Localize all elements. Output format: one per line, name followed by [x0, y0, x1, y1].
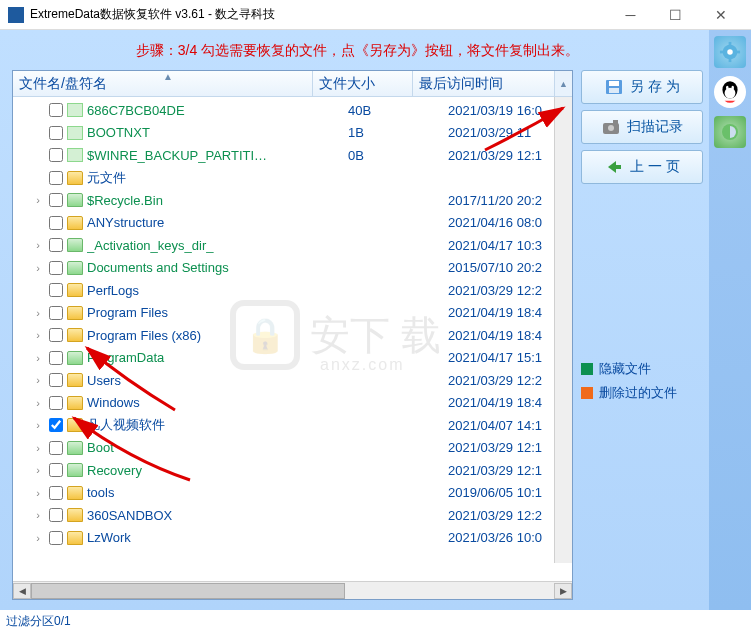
file-row[interactable]: ›ProgramData2021/04/17 15:1 — [13, 347, 572, 370]
file-name: _Activation_keys_dir_ — [87, 238, 342, 253]
file-checkbox[interactable] — [49, 238, 63, 252]
expand-icon[interactable]: › — [31, 239, 45, 251]
file-row[interactable]: ›Program Files2021/04/19 18:4 — [13, 302, 572, 325]
svg-point-4 — [608, 125, 614, 131]
svg-rect-6 — [615, 165, 621, 169]
file-checkbox[interactable] — [49, 103, 63, 117]
file-time: 2019/06/05 10:1 — [442, 485, 572, 500]
expand-icon[interactable]: › — [31, 442, 45, 454]
expand-icon[interactable]: › — [31, 329, 45, 341]
side-taskbar — [709, 30, 751, 610]
file-row[interactable]: ›Windows2021/04/19 18:4 — [13, 392, 572, 415]
file-name: 360SANDBOX — [87, 508, 342, 523]
scroll-up-button[interactable]: ▲ — [554, 71, 572, 96]
file-checkbox[interactable] — [49, 373, 63, 387]
file-row[interactable]: ›凡人视频软件2021/04/07 14:1 — [13, 414, 572, 437]
file-row[interactable]: 元文件 — [13, 167, 572, 190]
expand-icon[interactable]: › — [31, 352, 45, 364]
file-checkbox[interactable] — [49, 396, 63, 410]
file-checkbox[interactable] — [49, 306, 63, 320]
svg-rect-12 — [736, 51, 741, 54]
expand-icon[interactable]: › — [31, 464, 45, 476]
file-name: $WINRE_BACKUP_PARTITI… — [87, 148, 342, 163]
file-checkbox[interactable] — [49, 531, 63, 545]
file-row[interactable]: ›Users2021/03/29 12:2 — [13, 369, 572, 392]
file-checkbox[interactable] — [49, 328, 63, 342]
file-checkbox[interactable] — [49, 351, 63, 365]
file-row[interactable]: PerfLogs2021/03/29 12:2 — [13, 279, 572, 302]
file-name: 凡人视频软件 — [87, 416, 342, 434]
file-row[interactable]: ›Boot2021/03/29 12:1 — [13, 437, 572, 460]
folder-icon — [67, 193, 83, 207]
file-row[interactable]: ›_Activation_keys_dir_2021/04/17 10:3 — [13, 234, 572, 257]
file-row[interactable]: ›360SANDBOX2021/03/29 12:2 — [13, 504, 572, 527]
expand-icon[interactable]: › — [31, 307, 45, 319]
qq-icon[interactable] — [714, 76, 746, 108]
file-checkbox[interactable] — [49, 508, 63, 522]
file-checkbox[interactable] — [49, 283, 63, 297]
file-checkbox[interactable] — [49, 418, 63, 432]
folder-icon — [67, 238, 83, 252]
scrollbar-thumb[interactable] — [31, 583, 345, 599]
horizontal-scrollbar[interactable]: ◀ ▶ — [13, 581, 572, 599]
expand-icon[interactable]: › — [31, 487, 45, 499]
file-checkbox[interactable] — [49, 486, 63, 500]
expand-icon[interactable]: › — [31, 262, 45, 274]
file-time: 2021/04/19 18:4 — [442, 305, 572, 320]
file-row[interactable]: 686C7BCB04DE40B2021/03/19 16:0 — [13, 99, 572, 122]
file-time: 2017/11/20 20:2 — [442, 193, 572, 208]
scroll-right-button[interactable]: ▶ — [554, 583, 572, 599]
file-checkbox[interactable] — [49, 193, 63, 207]
legend: 隐藏文件 删除过的文件 — [581, 360, 703, 408]
file-checkbox[interactable] — [49, 148, 63, 162]
svg-rect-10 — [729, 58, 732, 63]
expand-icon[interactable]: › — [31, 397, 45, 409]
save-icon — [604, 78, 624, 96]
svg-point-16 — [731, 86, 734, 90]
expand-icon[interactable]: › — [31, 509, 45, 521]
column-time[interactable]: 最后访问时间 — [413, 71, 554, 96]
file-checkbox[interactable] — [49, 126, 63, 140]
system-tray-icon[interactable] — [714, 116, 746, 148]
maximize-button[interactable]: ☐ — [653, 1, 698, 29]
file-row[interactable]: $WINRE_BACKUP_PARTITI…0B2021/03/29 12:1 — [13, 144, 572, 167]
settings-icon[interactable] — [714, 36, 746, 68]
file-row[interactable]: ›Recovery2021/03/29 12:1 — [13, 459, 572, 482]
folder-icon — [67, 171, 83, 185]
folder-icon — [67, 373, 83, 387]
scroll-left-button[interactable]: ◀ — [13, 583, 31, 599]
step-instruction: 步骤：3/4 勾选需要恢复的文件，点《另存为》按钮，将文件复制出来。 — [12, 42, 703, 60]
vertical-scrollbar[interactable] — [554, 97, 572, 563]
file-name: 元文件 — [87, 169, 342, 187]
scan-log-label: 扫描记录 — [627, 118, 683, 136]
file-time: 2021/04/17 15:1 — [442, 350, 572, 365]
file-row[interactable]: BOOTNXT1B2021/03/29 11 — [13, 122, 572, 145]
expand-icon[interactable]: › — [31, 419, 45, 431]
file-time: 2021/03/29 12:1 — [442, 463, 572, 478]
file-checkbox[interactable] — [49, 261, 63, 275]
file-row[interactable]: ›LzWork2021/03/26 10:0 — [13, 527, 572, 550]
file-time: 2021/03/29 11 — [442, 125, 572, 140]
expand-icon[interactable]: › — [31, 194, 45, 206]
file-row[interactable]: ›Program Files (x86)2021/04/19 18:4 — [13, 324, 572, 347]
file-checkbox[interactable] — [49, 171, 63, 185]
file-row[interactable]: ›$Recycle.Bin2017/11/20 20:2 — [13, 189, 572, 212]
file-checkbox[interactable] — [49, 441, 63, 455]
save-as-button[interactable]: 另 存 为 — [581, 70, 703, 104]
file-checkbox[interactable] — [49, 463, 63, 477]
file-time: 2021/03/29 12:2 — [442, 508, 572, 523]
file-size: 1B — [342, 125, 442, 140]
file-row[interactable]: ›Documents and Settings2015/07/10 20:2 — [13, 257, 572, 280]
scan-log-button[interactable]: 扫描记录 — [581, 110, 703, 144]
column-filesize[interactable]: 文件大小 — [313, 71, 413, 96]
minimize-button[interactable]: ─ — [608, 1, 653, 29]
file-checkbox[interactable] — [49, 216, 63, 230]
expand-icon[interactable]: › — [31, 374, 45, 386]
file-row[interactable]: ANYstructure2021/04/16 08:0 — [13, 212, 572, 235]
prev-page-button[interactable]: 上 一 页 — [581, 150, 703, 184]
close-button[interactable]: ✕ — [698, 1, 743, 29]
file-time: 2021/04/17 10:3 — [442, 238, 572, 253]
status-text: 过滤分区0/1 — [6, 613, 71, 630]
expand-icon[interactable]: › — [31, 532, 45, 544]
file-row[interactable]: ›tools2019/06/05 10:1 — [13, 482, 572, 505]
